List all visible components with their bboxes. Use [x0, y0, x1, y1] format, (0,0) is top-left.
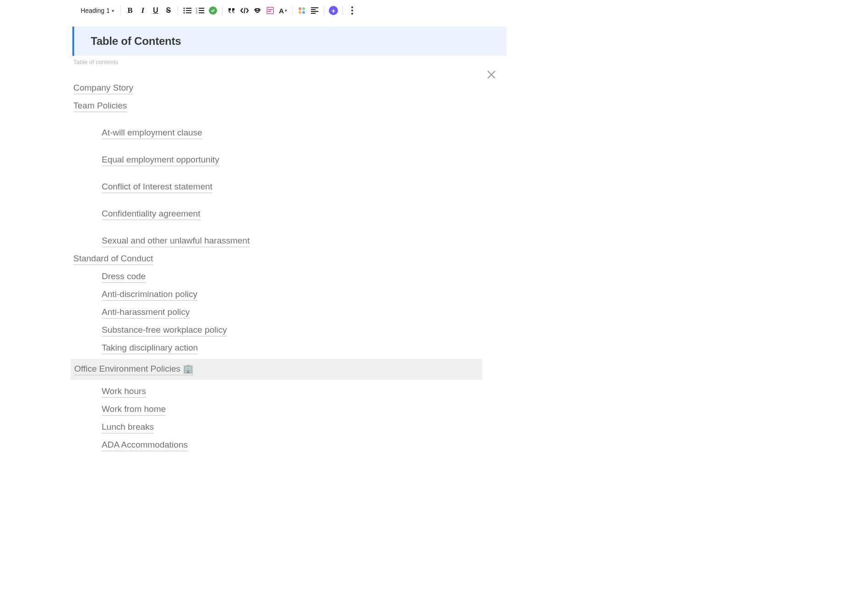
- toc-row: Lunch breaks: [72, 416, 482, 433]
- toc-link[interactable]: Lunch breaks: [102, 422, 154, 433]
- close-icon: [486, 70, 496, 80]
- underline-icon: U: [153, 6, 158, 15]
- toc-row: At-will employment clause: [72, 112, 482, 139]
- more-button[interactable]: [346, 4, 359, 17]
- toc-row: Anti-discrimination policy: [72, 283, 482, 301]
- toc-label: Table of contents: [73, 59, 605, 65]
- svg-rect-18: [311, 11, 318, 12]
- svg-rect-16: [311, 7, 318, 8]
- toc-row: Dress code: [72, 265, 482, 283]
- text-style-select[interactable]: Heading 1 ▾: [77, 4, 118, 17]
- toc-link[interactable]: Anti-discrimination policy: [102, 289, 197, 301]
- toc-banner: Table of Contents: [72, 27, 507, 56]
- toc-row: Confidentiality agreement: [72, 193, 482, 220]
- numbered-list-icon: 1 2 3: [196, 7, 204, 14]
- toolbar-divider: [292, 5, 293, 16]
- toc-banner-title: Table of Contents: [91, 35, 490, 48]
- text-style-label: Heading 1: [81, 7, 110, 14]
- svg-rect-7: [199, 8, 204, 9]
- bold-icon: B: [127, 6, 132, 15]
- toc-row: Team Policies: [72, 94, 482, 112]
- svg-point-0: [183, 7, 185, 9]
- toc-link[interactable]: ADA Accommodations: [102, 440, 188, 451]
- toc-link[interactable]: Confidentiality agreement: [102, 209, 200, 220]
- toc-row: Conflict of Interest statement: [72, 166, 482, 193]
- strikethrough-button[interactable]: S: [162, 4, 175, 17]
- color-dots-icon: [299, 7, 305, 14]
- more-vertical-icon: [351, 6, 353, 15]
- toc-link[interactable]: Company Story: [73, 83, 133, 94]
- toc-row: Equal employment opportunity: [72, 139, 482, 166]
- banner-button[interactable]: [264, 4, 277, 17]
- underline-button[interactable]: U: [149, 4, 162, 17]
- toc-link[interactable]: Team Policies: [73, 101, 127, 112]
- toc-row: Anti-harassment policy: [72, 301, 482, 319]
- quote-button[interactable]: [225, 4, 238, 17]
- toc-link[interactable]: Work from home: [102, 404, 166, 416]
- align-button[interactable]: [308, 4, 321, 17]
- banner-icon: [267, 7, 274, 14]
- svg-rect-12: [256, 10, 259, 11]
- check-circle-icon: [209, 6, 217, 15]
- bulleted-list-icon: [183, 7, 191, 14]
- toolbar-divider: [120, 5, 121, 16]
- bold-button[interactable]: B: [124, 4, 136, 17]
- strikethrough-icon: S: [166, 6, 171, 15]
- toc-link[interactable]: Standard of Conduct: [73, 254, 153, 265]
- italic-button[interactable]: I: [136, 4, 149, 17]
- toolbar-divider: [343, 5, 343, 16]
- caret-down-icon: ▾: [112, 8, 114, 13]
- toc-link[interactable]: Work hours: [102, 386, 146, 398]
- svg-rect-17: [311, 9, 316, 10]
- toc-row: Sexual and other unlawful harassment: [72, 220, 482, 247]
- checklist-button[interactable]: [207, 4, 219, 17]
- svg-rect-5: [186, 12, 191, 13]
- code-icon: [240, 7, 249, 14]
- toc-row: ADA Accommodations: [72, 433, 482, 451]
- svg-rect-1: [186, 8, 191, 9]
- toc-list: Company StoryTeam PoliciesAt-will employ…: [72, 76, 482, 451]
- toc-link[interactable]: Conflict of Interest statement: [102, 182, 213, 193]
- svg-point-4: [183, 12, 185, 13]
- toc-row: Work from home: [72, 398, 482, 416]
- svg-rect-14: [268, 9, 272, 10]
- toc-link[interactable]: Substance-free workplace policy: [102, 325, 227, 336]
- insert-button[interactable]: +: [327, 4, 340, 17]
- toolbar-divider: [178, 5, 178, 16]
- toc-row: Standard of Conduct: [72, 247, 482, 265]
- code-button[interactable]: [238, 4, 251, 17]
- highlight-color-button[interactable]: [295, 4, 308, 17]
- quote-icon: [228, 7, 236, 14]
- toc-link[interactable]: Sexual and other unlawful harassment: [102, 236, 250, 247]
- svg-point-2: [183, 10, 185, 11]
- plus-circle-icon: +: [329, 6, 338, 15]
- toolbar-divider: [324, 5, 324, 16]
- svg-rect-11: [199, 12, 204, 13]
- toc-row: Substance-free workplace policy: [72, 319, 482, 336]
- toc-link[interactable]: Equal employment opportunity: [102, 155, 219, 166]
- close-button[interactable]: [486, 70, 496, 81]
- editor-toolbar: Heading 1 ▾ B I U S 1 2 3: [77, 3, 605, 18]
- svg-text:3: 3: [196, 11, 197, 14]
- text-color-button[interactable]: A▾: [277, 4, 289, 17]
- svg-rect-9: [199, 10, 204, 11]
- toc-link[interactable]: Office Environment Policies 🏢: [74, 363, 194, 375]
- bulleted-list-button[interactable]: [181, 4, 194, 17]
- numbered-list-button[interactable]: 1 2 3: [194, 4, 207, 17]
- toc-link[interactable]: Anti-harassment policy: [102, 307, 190, 319]
- italic-icon: I: [142, 6, 145, 15]
- toc-row: Work hours: [72, 380, 482, 398]
- toc-link[interactable]: Dress code: [102, 271, 146, 283]
- caret-down-icon: ▾: [285, 8, 287, 13]
- toc-row: Office Environment Policies 🏢: [71, 359, 482, 380]
- toc-row: Taking disciplinary action: [72, 336, 482, 354]
- toc-link[interactable]: At-will employment clause: [102, 128, 202, 139]
- link-button[interactable]: [251, 4, 264, 17]
- text-color-icon: A: [279, 7, 284, 15]
- svg-rect-3: [186, 10, 191, 11]
- link-icon: [253, 7, 262, 14]
- toc-row: Company Story: [72, 76, 482, 94]
- toc-link[interactable]: Taking disciplinary action: [102, 343, 198, 354]
- svg-rect-19: [311, 13, 316, 14]
- svg-rect-13: [267, 7, 273, 14]
